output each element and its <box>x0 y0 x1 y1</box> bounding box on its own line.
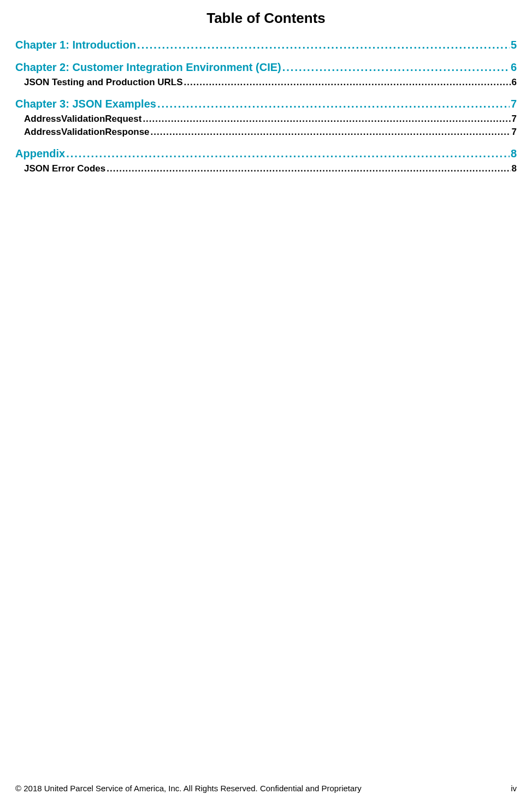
toc-leader-dots <box>137 39 510 51</box>
toc-label: Chapter 3: JSON Examples <box>15 98 156 110</box>
toc-leader-dots <box>151 127 511 138</box>
footer-page-number: iv <box>511 784 517 793</box>
toc-page-number: 5 <box>511 39 517 51</box>
toc-label: JSON Testing and Production URLS <box>24 77 183 88</box>
toc-page-number: 6 <box>511 61 517 74</box>
footer-copyright: © 2018 United Parcel Service of America,… <box>15 784 362 793</box>
toc-page-number: 7 <box>512 114 517 125</box>
toc-leader-dots <box>282 61 510 74</box>
toc-leader-dots <box>184 77 511 88</box>
toc-leader-dots <box>66 147 510 160</box>
toc-entry-chapter-2[interactable]: Chapter 2: Customer Integration Environm… <box>15 61 517 74</box>
table-of-contents: Chapter 1: Introduction 5 Chapter 2: Cus… <box>15 39 517 174</box>
page-title: Table of Contents <box>15 10 517 27</box>
toc-entry-address-validation-request[interactable]: AddressValidationRequest 7 <box>15 114 517 125</box>
toc-leader-dots <box>107 163 510 174</box>
page-footer: © 2018 United Parcel Service of America,… <box>15 784 517 793</box>
toc-entry-chapter-1[interactable]: Chapter 1: Introduction 5 <box>15 39 517 51</box>
toc-page-number: 7 <box>512 127 517 138</box>
toc-page-number: 8 <box>512 163 517 174</box>
toc-label: AddressValidationRequest <box>24 114 141 125</box>
toc-label: Chapter 1: Introduction <box>15 39 136 51</box>
toc-entry-json-testing-urls[interactable]: JSON Testing and Production URLS 6 <box>15 77 517 88</box>
toc-label: JSON Error Codes <box>24 163 105 174</box>
toc-label: Chapter 2: Customer Integration Environm… <box>15 61 281 74</box>
toc-page-number: 8 <box>511 147 517 160</box>
toc-label: AddressValidationResponse <box>24 127 150 138</box>
toc-page-number: 7 <box>511 98 517 110</box>
toc-leader-dots <box>157 98 510 110</box>
toc-page-number: 6 <box>512 77 517 88</box>
toc-label: Appendix <box>15 147 65 160</box>
toc-entry-json-error-codes[interactable]: JSON Error Codes 8 <box>15 163 517 174</box>
toc-leader-dots <box>143 114 510 125</box>
toc-entry-chapter-3[interactable]: Chapter 3: JSON Examples 7 <box>15 98 517 110</box>
toc-entry-appendix[interactable]: Appendix 8 <box>15 147 517 160</box>
toc-entry-address-validation-response[interactable]: AddressValidationResponse 7 <box>15 127 517 138</box>
